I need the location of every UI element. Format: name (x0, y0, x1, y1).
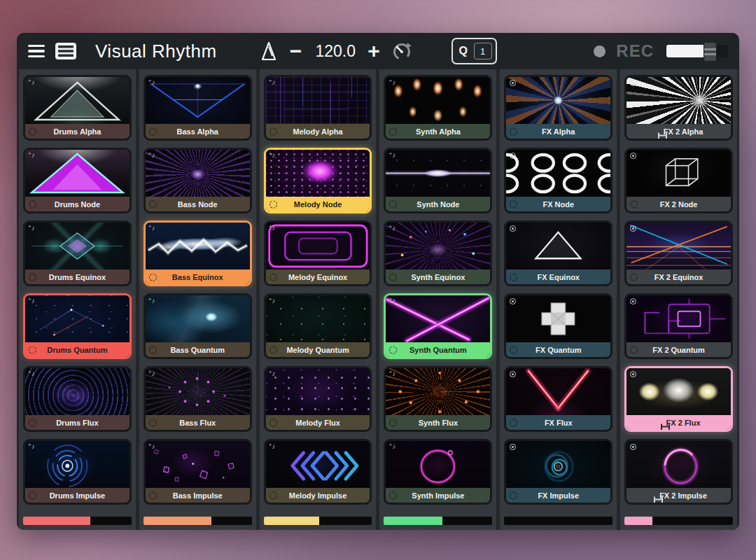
clip-thumbnail (506, 150, 610, 197)
clip-name: Bass Alpha (176, 127, 218, 136)
quantize-dial-icon (149, 200, 157, 208)
clip-thumbnail (386, 77, 490, 124)
quantize-label: Q (453, 45, 474, 57)
clip-cell[interactable]: FX 2 Node (624, 148, 733, 214)
master-fader[interactable] (666, 42, 728, 60)
quantize-dial-icon (510, 419, 517, 426)
clip-cell[interactable]: Drums Quantum (23, 293, 132, 359)
clip-thumbnail (506, 295, 610, 342)
note-plus-icon (148, 297, 155, 304)
clip-cell[interactable]: Synth Quantum (384, 293, 492, 359)
clip-cell[interactable]: Bass Equinox (144, 220, 252, 286)
clip-thumbnail (25, 368, 130, 415)
clip-cell[interactable]: Melody Equinox (264, 220, 372, 286)
clip-cell[interactable]: FX 2 Quantum (624, 293, 733, 359)
clip-name: Melody Impulse (289, 491, 347, 500)
clip-label-bar: Drums Equinox (25, 270, 130, 284)
clip-cell[interactable]: FX 2 Alpha (624, 75, 733, 141)
filmstrip-icon[interactable] (55, 42, 77, 60)
clip-cell[interactable]: Drums Flux (23, 366, 132, 432)
clip-cell[interactable]: FX 2 Flux (624, 366, 733, 432)
clip-name: Melody Equinox (288, 273, 347, 281)
clip-cell[interactable]: FX Impulse (504, 439, 612, 505)
clip-name: Drums Equinox (49, 273, 106, 281)
column-activity-meter (504, 517, 612, 525)
fader-track[interactable] (666, 45, 728, 57)
clip-cell[interactable]: Melody Impulse (264, 439, 372, 505)
quantize-dial-icon (270, 419, 277, 426)
clip-cell[interactable]: Bass Quantum (144, 293, 252, 359)
clip-label-bar: FX 2 Alpha (626, 124, 731, 139)
clip-cell[interactable]: Drums Node (23, 148, 132, 214)
clip-thumbnail (386, 441, 490, 488)
clip-cell[interactable]: FX 2 Impulse (624, 439, 733, 505)
clip-cell[interactable]: Bass Alpha (144, 75, 252, 141)
clip-cell[interactable]: Drums Equinox (23, 220, 132, 286)
clip-label-bar: Synth Equinox (386, 270, 490, 284)
record-ring-icon (630, 371, 636, 377)
quantize-dial-icon (630, 273, 638, 281)
clip-thumbnail (25, 295, 130, 342)
note-plus-icon (269, 224, 276, 232)
clip-label-bar: FX Impulse (506, 488, 610, 503)
tap-tempo-dial-icon[interactable] (391, 41, 412, 62)
clip-cell[interactable]: Synth Node (384, 148, 492, 214)
clip-label-bar: Synth Flux (386, 415, 490, 430)
clip-cell[interactable]: Drums Alpha (23, 75, 132, 141)
note-plus-icon (269, 151, 276, 159)
clip-thumbnail (25, 223, 130, 270)
clip-name: Melody Alpha (293, 127, 343, 136)
clip-cell[interactable]: Bass Node (144, 148, 252, 214)
clip-label-bar: FX 2 Flux (626, 415, 731, 430)
clip-cell[interactable]: Melody Node (264, 148, 372, 214)
clip-cell[interactable]: Bass Flux (144, 366, 252, 432)
clip-column-synth: Synth AlphaSynth NodeSynth EquinoxSynth … (379, 69, 496, 530)
clip-cell[interactable]: Synth Equinox (384, 220, 492, 286)
clip-label-bar: FX Equinox (506, 270, 610, 284)
clip-cell[interactable]: FX Node (504, 148, 612, 214)
menu-button[interactable] (28, 45, 45, 58)
clip-cell[interactable]: Melody Quantum (264, 293, 372, 359)
clip-thumbnail (146, 150, 250, 197)
clip-cell[interactable]: FX 2 Equinox (624, 220, 733, 286)
clip-cell[interactable]: FX Alpha (504, 75, 612, 141)
clip-cell[interactable]: FX Flux (504, 366, 612, 432)
clip-thumbnail (266, 295, 370, 342)
clip-cell[interactable]: FX Equinox (504, 220, 612, 286)
clip-label-bar: Drums Flux (25, 415, 130, 430)
metronome-icon[interactable] (260, 41, 277, 61)
clip-name: Synth Flux (419, 419, 458, 427)
clip-name: Drums Alpha (53, 127, 101, 136)
clip-cell[interactable]: Drums Impulse (23, 439, 132, 505)
quantize-dial-icon (630, 346, 638, 354)
quantize-dial-icon (149, 491, 157, 499)
clip-name: Drums Node (55, 200, 100, 209)
clip-column-fx-2: FX 2 AlphaFX 2 NodeFX 2 EquinoxFX 2 Quan… (620, 69, 737, 530)
clip-cell[interactable]: Melody Flux (264, 366, 372, 432)
quantize-dial-icon (510, 346, 517, 354)
clip-cell[interactable]: Synth Impulse (384, 439, 492, 505)
clip-label-bar: Drums Node (25, 197, 130, 211)
clip-cell[interactable]: FX Quantum (504, 293, 612, 359)
note-plus-icon (28, 224, 35, 232)
record-arm-indicator[interactable] (594, 46, 606, 57)
tempo-increase-button[interactable]: + (365, 41, 383, 62)
clip-cell[interactable]: Melody Alpha (264, 75, 372, 141)
clip-label-bar: Synth Impulse (386, 488, 490, 503)
rec-button[interactable]: REC (616, 41, 654, 61)
clip-label-bar: Bass Quantum (146, 342, 250, 357)
column-activity-fill (144, 517, 212, 525)
clip-cell[interactable]: Synth Alpha (384, 75, 492, 141)
clip-cell[interactable]: Bass Impulse (144, 439, 252, 505)
clip-name: Synth Node (416, 200, 459, 209)
quantize-selector[interactable]: Q 1 (451, 38, 497, 64)
tempo-decrease-button[interactable]: − (287, 41, 305, 62)
tempo-display[interactable]: 120.0 (310, 42, 360, 61)
clip-cell[interactable]: Synth Flux (384, 366, 492, 432)
clip-name: FX 2 Equinox (654, 273, 704, 281)
clip-thumbnail (25, 150, 130, 197)
fader-knob[interactable] (704, 42, 717, 62)
column-activity-meter (23, 517, 132, 525)
clip-name: FX Flux (545, 419, 573, 427)
clip-label-bar: Drums Impulse (25, 488, 130, 503)
